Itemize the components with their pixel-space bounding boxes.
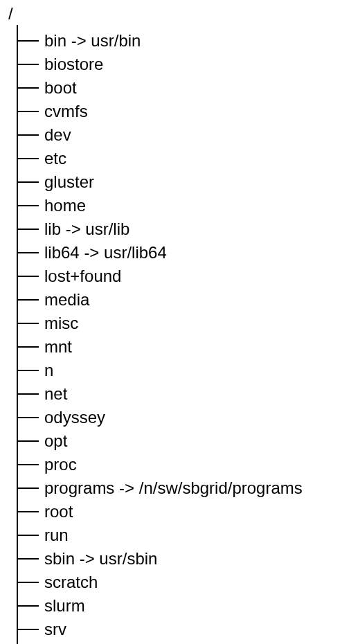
tree-node-label: gluster	[44, 174, 94, 190]
tree-node: n	[17, 359, 360, 382]
tree-node: cvmfs	[17, 100, 360, 123]
tree-node: scratch	[17, 571, 360, 594]
tree-node-label: misc	[44, 315, 78, 332]
tree-node: odyssey	[17, 406, 360, 429]
tree-node-label: dev	[44, 127, 71, 143]
tree-node: root	[17, 500, 360, 524]
tree-node-label: lost+found	[44, 268, 121, 285]
directory-tree: / bin -> usr/bin biostore boot cvmfs dev…	[0, 0, 360, 641]
tree-node: lost+found	[17, 265, 360, 288]
tree-node: biostore	[17, 53, 360, 76]
tree-node: lib64 -> usr/lib64	[17, 241, 360, 265]
tree-node-label: lib64 -> usr/lib64	[44, 244, 167, 261]
tree-node: net	[17, 382, 360, 406]
tree-node: lib -> usr/lib	[17, 217, 360, 241]
tree-node: misc	[17, 312, 360, 335]
tree-node-label: programs -> /n/sw/sbgrid/programs	[44, 480, 303, 497]
tree-node-label: biostore	[44, 56, 103, 73]
tree-node-label: opt	[44, 433, 67, 449]
tree-node-label: etc	[44, 150, 66, 167]
tree-node: etc	[17, 147, 360, 170]
tree-node-label: lib -> usr/lib	[44, 221, 129, 238]
tree-node-label: net	[44, 386, 67, 402]
tree-node-label: odyssey	[44, 409, 105, 426]
tree-node-label: proc	[44, 456, 77, 473]
tree-node-label: cvmfs	[44, 103, 88, 120]
tree-node: opt	[17, 429, 360, 453]
tree-node: home	[17, 194, 360, 217]
tree-node: mnt	[17, 335, 360, 359]
tree-node: run	[17, 524, 360, 547]
tree-node-label: root	[44, 503, 73, 520]
tree-root: /	[6, 6, 360, 29]
tree-node: programs -> /n/sw/sbgrid/programs	[17, 476, 360, 500]
tree-node: gluster	[17, 170, 360, 194]
tree-node: proc	[17, 453, 360, 476]
tree-node-label: bin -> usr/bin	[44, 33, 141, 49]
tree-node-label: media	[44, 292, 89, 308]
tree-node-label: slurm	[44, 598, 85, 614]
tree-node-label: n	[44, 362, 53, 379]
tree-node-label: mnt	[44, 339, 72, 355]
tree-node: sbin -> usr/sbin	[17, 547, 360, 571]
tree-node: bin -> usr/bin	[17, 29, 360, 53]
tree-node-label: boot	[44, 80, 77, 96]
tree-node-label: home	[44, 197, 86, 214]
tree-node: slurm	[17, 594, 360, 618]
tree-node-label: sbin -> usr/sbin	[44, 551, 157, 567]
tree-node: dev	[17, 123, 360, 147]
tree-node: media	[17, 288, 360, 312]
tree-node: boot	[17, 76, 360, 100]
tree-node-label: run	[44, 527, 69, 544]
tree-node-label: scratch	[44, 574, 98, 591]
tree-node: srv	[17, 618, 360, 641]
tree-children: bin -> usr/bin biostore boot cvmfs dev e…	[17, 29, 360, 641]
tree-node-label: srv	[44, 621, 66, 638]
tree-root-label: /	[8, 6, 13, 22]
